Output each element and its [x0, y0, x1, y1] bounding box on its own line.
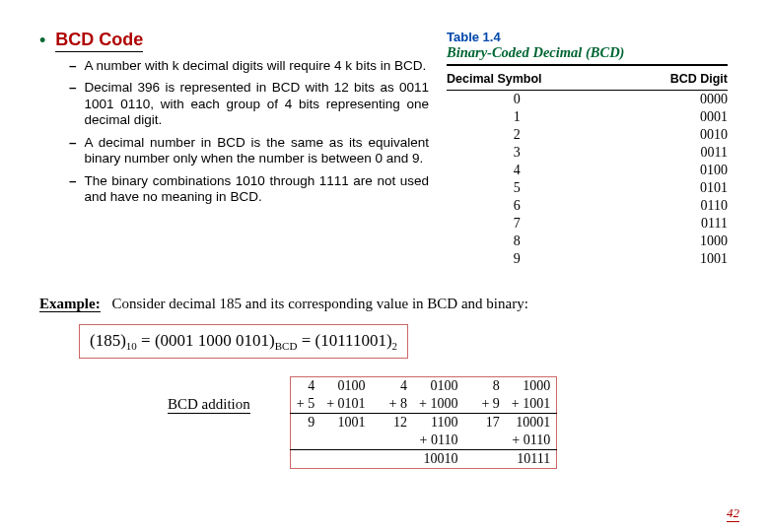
equation-box: (185)10 = (0001 1000 0101)BCD = (1011100…	[79, 324, 408, 359]
bullet-text: A decimal number in BCD is the same as i…	[85, 135, 429, 167]
bcd-cell: 0000	[588, 91, 729, 109]
decimal-cell: 7	[447, 215, 588, 233]
decimal-cell: 9	[447, 250, 588, 268]
bullet-list: –A number with k decimal digits will req…	[69, 58, 429, 206]
bcd-cell: 1001	[588, 250, 729, 268]
decimal-cell: 8	[447, 233, 588, 250]
bcd-cell: 0111	[588, 215, 729, 233]
table-head-bcd: BCD Digit	[588, 70, 729, 91]
addition-label: BCD addition	[168, 396, 250, 414]
page-number: 42	[727, 505, 739, 522]
decimal-cell: 5	[447, 179, 588, 197]
table-head-decimal: Decimal Symbol	[447, 70, 588, 91]
dash-icon: –	[69, 173, 77, 206]
bcd-cell: 0001	[588, 108, 729, 126]
table-title: Binary-Coded Decimal (BCD)	[447, 44, 728, 61]
example-label: Example:	[39, 296, 101, 312]
example-text: Consider decimal 185 and its correspondi…	[111, 296, 527, 311]
bcd-cell: 0011	[588, 144, 729, 162]
bcd-cell: 0110	[588, 197, 729, 215]
bcd-cell: 0100	[588, 162, 729, 179]
bullet-icon: •	[39, 32, 45, 49]
decimal-cell: 2	[447, 126, 588, 144]
bcd-cell: 0010	[588, 126, 729, 144]
table-number: Table 1.4	[447, 30, 728, 44]
bcd-cell: 0101	[588, 179, 729, 197]
decimal-cell: 3	[447, 144, 588, 162]
dash-icon: –	[69, 80, 77, 128]
decimal-cell: 1	[447, 108, 588, 126]
dash-icon: –	[69, 135, 77, 167]
bullet-text: The binary combinations 1010 through 111…	[85, 173, 429, 206]
decimal-cell: 0	[447, 91, 588, 109]
dash-icon: –	[69, 58, 77, 74]
decimal-cell: 6	[447, 197, 588, 215]
section-title: BCD Code	[55, 30, 143, 52]
bullet-text: Decimal 396 is represented in BCD with 1…	[85, 80, 429, 128]
bcd-table: Decimal Symbol BCD Digit 00000 10001 200…	[447, 70, 728, 268]
decimal-cell: 4	[447, 162, 588, 179]
bullet-text: A number with k decimal digits will requ…	[85, 58, 429, 74]
bcd-cell: 1000	[588, 233, 729, 250]
addition-table: 401004010081000 + 5+ 0101+ 8+ 1000+ 9+ 1…	[290, 376, 557, 469]
